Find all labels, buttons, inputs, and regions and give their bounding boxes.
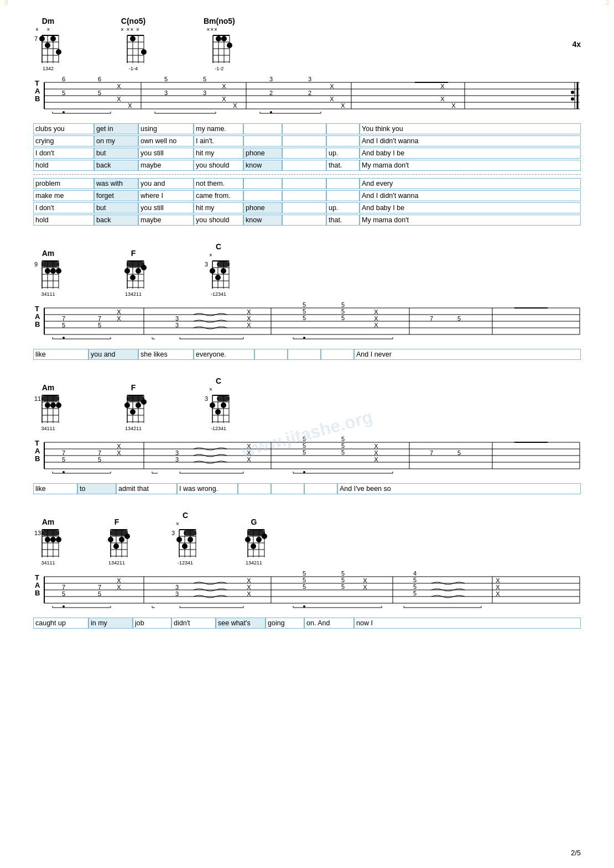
lyric-cell — [282, 123, 326, 134]
chord-fingers-dm: 1342 — [33, 66, 63, 71]
lyric-cell — [254, 349, 288, 360]
svg-rect-172 — [41, 396, 59, 401]
chord-diagram-am-3: Am 11 — [33, 383, 63, 431]
chord-name-f: F — [131, 249, 136, 258]
lyric-cell: you should — [194, 215, 243, 226]
svg-text:A: A — [35, 87, 40, 95]
svg-text:7: 7 — [34, 35, 38, 42]
svg-text:X: X — [117, 83, 121, 90]
repeat-marker: 4x — [572, 40, 581, 49]
chord-grid-f — [118, 259, 148, 291]
chord-grid-c: 3 — [204, 259, 233, 291]
chord-name-cno5: C(no5) — [121, 17, 145, 25]
lyric-cell — [271, 483, 304, 494]
svg-point-188 — [136, 402, 141, 408]
lyric-cell: And I didn't wanna — [360, 135, 581, 147]
svg-text:3: 3 — [175, 315, 179, 322]
svg-point-161 — [303, 337, 305, 339]
chord-x-dm: × × — [35, 27, 63, 33]
svg-point-296 — [251, 543, 256, 549]
lyric-cell: in my — [89, 618, 133, 629]
lyric-cell: you still — [138, 148, 194, 159]
lyric-cell — [243, 135, 282, 147]
svg-text:5: 5 — [303, 570, 306, 577]
chord-fingers-c-3: -12341 — [204, 426, 233, 431]
chord-diagram-f-4: F — [102, 517, 132, 566]
svg-point-80 — [270, 111, 272, 113]
lyric-cell: I ain't. — [194, 135, 243, 147]
watermark-left: NancyGuitar 英朗珠子_Nancy — [3, 0, 10, 6]
svg-text:3: 3 — [203, 90, 206, 96]
tab-svg-2: T A B 7 7 5 5 X — [33, 301, 581, 341]
chord-name-f-3: F — [131, 383, 136, 392]
lyric-cell: but — [94, 148, 138, 159]
svg-text:X: X — [117, 577, 121, 584]
lyric-cell: maybe — [138, 160, 194, 171]
svg-point-35 — [221, 36, 227, 41]
chord-fingers-c-4: -12341 — [170, 560, 200, 566]
svg-text:X: X — [374, 308, 378, 315]
chord-diagram-f-2: F — [118, 249, 148, 297]
chord-fingers-am-4: 34111 — [33, 560, 63, 566]
lyric-cell: problem — [33, 178, 94, 189]
svg-point-283 — [182, 543, 188, 549]
chord-name-am-3: Am — [42, 383, 55, 392]
svg-text:5: 5 — [457, 449, 461, 456]
svg-text:X: X — [247, 577, 251, 584]
svg-rect-119 — [217, 262, 230, 267]
lyric-cell — [304, 483, 337, 494]
chord-name-bmno5: Bm(no5) — [204, 17, 235, 25]
svg-text:5: 5 — [303, 442, 306, 449]
lyric-cell — [238, 483, 271, 494]
svg-point-24 — [141, 49, 147, 55]
chord-name-dm: Dm — [42, 17, 55, 25]
lyric-cell: on my — [94, 135, 138, 147]
lyric-cell: on. And — [304, 618, 354, 629]
svg-text:5: 5 — [303, 436, 306, 442]
lyric-cell: And I've been so — [337, 483, 581, 494]
lyrics-row-1-3: I don't but you still hit my phone up. A… — [33, 148, 581, 159]
chord-fingers-f-4: 134211 — [102, 560, 132, 566]
lyric-cell: I was wrong. — [177, 483, 238, 494]
chord-diagram-am-4: Am 13 — [33, 517, 63, 566]
svg-text:7: 7 — [98, 315, 101, 322]
lyric-cell: that. — [326, 160, 360, 171]
svg-text:7: 7 — [98, 584, 101, 590]
chord-fingers-cno5: -1-4 — [118, 66, 148, 71]
svg-text:4: 4 — [413, 570, 417, 577]
svg-point-173 — [45, 402, 50, 408]
lyric-cell: own well no — [138, 135, 194, 147]
svg-text:X: X — [247, 449, 251, 456]
chord-name-am: Am — [42, 249, 55, 258]
lyric-cell: to — [77, 483, 116, 494]
lyric-cell — [243, 123, 282, 134]
chord-x-cno5: × ×× × — [121, 27, 148, 33]
chord-x-c-3: × — [209, 386, 233, 393]
lyric-cell: now I — [354, 618, 581, 629]
lyric-cell — [282, 215, 326, 226]
svg-text:5: 5 — [341, 436, 345, 442]
svg-text:5: 5 — [341, 308, 345, 315]
lyric-cell: phone — [243, 148, 282, 159]
lyrics-row-s2: like you and she likes everyone. And I n… — [33, 349, 581, 360]
svg-text:5: 5 — [413, 577, 417, 583]
lyric-cell: came from. — [194, 190, 243, 201]
lyric-cell: but — [94, 202, 138, 213]
watermark-right: NancyGuitar 英朗珠子_Nancy — [604, 0, 611, 6]
chord-fingers-g-4: 134211 — [239, 560, 269, 566]
lyric-cell: where I — [138, 190, 194, 201]
svg-text:7: 7 — [62, 584, 65, 590]
svg-text:5: 5 — [457, 315, 461, 322]
svg-text:11: 11 — [34, 395, 41, 402]
svg-text:5: 5 — [341, 577, 345, 583]
svg-text:X: X — [374, 443, 378, 449]
page: NancyGuitar 英朗珠子_Nancy NancyGuitar 英朗珠子_… — [0, 0, 614, 868]
svg-text:5: 5 — [341, 442, 345, 449]
svg-text:5: 5 — [303, 315, 306, 321]
svg-point-256 — [56, 537, 61, 542]
svg-text:3: 3 — [175, 584, 179, 590]
chord-fingers-bmno5: -1-2 — [204, 66, 234, 71]
lyric-cell — [326, 178, 360, 189]
svg-text:X: X — [117, 308, 121, 315]
chord-name-f-4: F — [115, 517, 119, 526]
